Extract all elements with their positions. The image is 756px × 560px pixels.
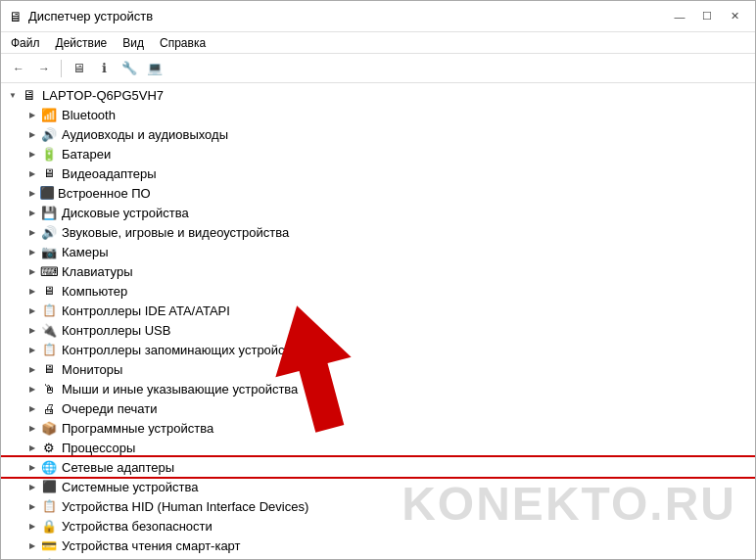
disk-icon: 💾	[40, 204, 58, 221]
tree-item-disk[interactable]: 💾 Дисковые устройства	[1, 203, 755, 222]
tree-item-bluetooth[interactable]: 📶 Bluetooth	[1, 105, 755, 124]
keyboard-label: Клавиатуры	[62, 264, 133, 279]
close-button[interactable]: ✕	[722, 7, 747, 26]
firmware-expander[interactable]	[24, 185, 40, 201]
battery-icon: 🔋	[40, 145, 58, 163]
network-label: Сетевые адаптеры	[62, 460, 174, 475]
security-expander[interactable]	[24, 518, 40, 534]
device-tree[interactable]: 🖥 LAPTOP-Q6PG5VH7 📶 Bluetooth 🔊 Аудиовхо…	[1, 83, 755, 559]
hid-icon: 📋	[40, 497, 58, 515]
keyboard-expander[interactable]	[24, 263, 40, 279]
device-manager-window: 🖥 Диспетчер устройств — ☐ ✕ Файл Действи…	[0, 0, 756, 560]
menu-file[interactable]: Файл	[5, 34, 46, 52]
keyboard-icon: ⌨	[40, 262, 58, 280]
tree-item-security[interactable]: 🔒 Устройства безопасности	[1, 516, 755, 536]
tree-item-host-adapter[interactable]: 📋 Хост-адаптеры запоминающих устройств	[1, 555, 755, 559]
tree-item-storage-ctrl[interactable]: 📋 Контроллеры запоминающих устройств	[1, 340, 755, 359]
tree-item-print[interactable]: 🖨 Очереди печати	[1, 398, 755, 418]
monitors-label: Мониторы	[62, 362, 122, 377]
toolbar-back-button[interactable]: ←	[7, 58, 30, 79]
network-expander[interactable]	[24, 459, 40, 475]
monitors-expander[interactable]	[24, 361, 40, 377]
camera-icon: 📷	[40, 243, 58, 260]
system-expander[interactable]	[24, 479, 40, 494]
software-expander[interactable]	[24, 420, 40, 436]
display-icon: 🖥	[40, 164, 58, 182]
tree-item-ide[interactable]: 📋 Контроллеры IDE ATA/ATAPI	[1, 301, 755, 320]
audio-icon: 🔊	[40, 125, 58, 143]
tree-item-audio[interactable]: 🔊 Аудиовходы и аудиовыходы	[1, 124, 755, 144]
menu-action[interactable]: Действие	[50, 34, 114, 52]
cpu-expander[interactable]	[24, 440, 40, 455]
tree-item-monitors[interactable]: 🖥 Мониторы	[1, 359, 755, 379]
computer-expander[interactable]	[24, 283, 40, 299]
tree-item-sound[interactable]: 🔊 Звуковые, игровые и видеоустройства	[1, 222, 755, 242]
sound-icon: 🔊	[40, 223, 58, 241]
toolbar: ← → 🖥 ℹ 🔧 💻	[1, 54, 755, 83]
mouse-label: Мыши и иные указывающие устройства	[62, 382, 298, 397]
sound-expander[interactable]	[24, 224, 40, 240]
minimize-button[interactable]: —	[667, 7, 692, 26]
usb-label: Контроллеры USB	[62, 323, 170, 338]
battery-expander[interactable]	[24, 146, 40, 162]
menu-help[interactable]: Справка	[154, 34, 212, 52]
tree-item-cpu[interactable]: ⚙ Процессоры	[1, 438, 755, 457]
tree-item-smartcard[interactable]: 💳 Устройства чтения смарт-карт	[1, 536, 755, 555]
print-expander[interactable]	[24, 400, 40, 416]
toolbar-settings-button[interactable]: 🔧	[118, 58, 141, 79]
title-bar-left: 🖥 Диспетчер устройств	[9, 9, 153, 24]
disk-label: Дисковые устройства	[62, 206, 189, 220]
bluetooth-icon: 📶	[40, 106, 58, 123]
tree-item-mouse[interactable]: 🖱 Мыши и иные указывающие устройства	[1, 379, 755, 398]
audio-label: Аудиовходы и аудиовыходы	[62, 127, 228, 142]
usb-icon: 🔌	[40, 321, 58, 339]
smartcard-icon: 💳	[40, 537, 58, 554]
tree-root[interactable]: 🖥 LAPTOP-Q6PG5VH7	[1, 85, 755, 105]
toolbar-info-button[interactable]: ℹ	[92, 58, 116, 79]
menu-view[interactable]: Вид	[117, 34, 150, 52]
tree-item-hid[interactable]: 📋 Устройства HID (Human Interface Device…	[1, 496, 755, 516]
menu-bar: Файл Действие Вид Справка	[1, 32, 755, 54]
hid-expander[interactable]	[24, 498, 40, 514]
firmware-label: Встроенное ПО	[58, 186, 151, 201]
tree-item-computer[interactable]: 🖥 Компьютер	[1, 281, 755, 301]
display-expander[interactable]	[24, 165, 40, 181]
monitors-icon: 🖥	[40, 360, 58, 378]
tree-item-display[interactable]: 🖥 Видеоадаптеры	[1, 163, 755, 183]
camera-label: Камеры	[62, 245, 109, 259]
bluetooth-expander[interactable]	[24, 107, 40, 122]
storage-ctrl-label: Контроллеры запоминающих устройств	[62, 343, 297, 357]
audio-expander[interactable]	[24, 126, 40, 142]
mouse-expander[interactable]	[24, 381, 40, 397]
host-adapter-expander[interactable]	[24, 557, 40, 559]
root-expander[interactable]	[5, 87, 21, 103]
ide-label: Контроллеры IDE ATA/ATAPI	[62, 303, 230, 318]
tree-item-system[interactable]: ⬛ Системные устройства	[1, 477, 755, 496]
software-icon: 📦	[40, 419, 58, 437]
window-icon: 🖥	[9, 9, 23, 24]
system-icon: ⬛	[40, 478, 58, 495]
tree-item-usb[interactable]: 🔌 Контроллеры USB	[1, 320, 755, 340]
smartcard-label: Устройства чтения смарт-карт	[62, 538, 241, 553]
usb-expander[interactable]	[24, 322, 40, 338]
ide-expander[interactable]	[24, 303, 40, 318]
sound-label: Звуковые, игровые и видеоустройства	[62, 225, 289, 240]
tree-item-network[interactable]: 🌐 Сетевые адаптеры	[1, 457, 755, 477]
camera-expander[interactable]	[24, 244, 40, 259]
mouse-icon: 🖱	[40, 380, 58, 397]
maximize-button[interactable]: ☐	[694, 7, 720, 26]
tree-item-firmware[interactable]: ⬛ Встроенное ПО	[1, 183, 755, 203]
tree-item-camera[interactable]: 📷 Камеры	[1, 242, 755, 261]
toolbar-computer-button[interactable]: 🖥	[67, 58, 90, 79]
toolbar-monitor-button[interactable]: 💻	[143, 58, 166, 79]
toolbar-forward-button[interactable]: →	[32, 58, 56, 79]
disk-expander[interactable]	[24, 205, 40, 220]
tree-item-software[interactable]: 📦 Программные устройства	[1, 418, 755, 438]
security-icon: 🔒	[40, 517, 58, 535]
root-icon: 🖥	[21, 86, 38, 104]
title-controls: — ☐ ✕	[667, 7, 747, 26]
tree-item-battery[interactable]: 🔋 Батареи	[1, 144, 755, 163]
storage-ctrl-expander[interactable]	[24, 342, 40, 357]
tree-item-keyboard[interactable]: ⌨ Клавиатуры	[1, 261, 755, 281]
smartcard-expander[interactable]	[24, 537, 40, 553]
